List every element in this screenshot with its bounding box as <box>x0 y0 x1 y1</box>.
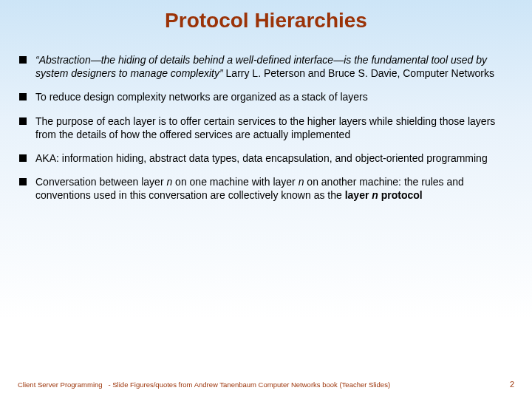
bullet-item: Conversation between layer n on one mach… <box>19 175 513 202</box>
bullet-item: The purpose of each layer is to offer ce… <box>19 115 513 141</box>
square-bullet-icon <box>19 56 27 64</box>
slide-number: 2 <box>510 380 514 389</box>
slide-body: “Abstraction—the hiding of details behin… <box>0 38 532 202</box>
square-bullet-icon <box>19 93 27 100</box>
square-bullet-icon <box>19 154 27 162</box>
square-bullet-icon <box>19 178 27 185</box>
bullet-text: “Abstraction—the hiding of details behin… <box>35 53 513 80</box>
bullet-text: The purpose of each layer is to offer ce… <box>35 115 513 141</box>
slide-footer: Client Server Programming - Slide Figure… <box>0 380 532 389</box>
bullet-item: To reduce design complexity networks are… <box>19 90 513 103</box>
bullet-item: “Abstraction—the hiding of details behin… <box>19 53 513 80</box>
bullet-text: To reduce design complexity networks are… <box>35 90 513 103</box>
bullet-text: AKA: information hiding, abstract data t… <box>35 151 513 165</box>
bullet-text: Conversation between layer n on one mach… <box>35 175 513 202</box>
slide-title: Protocol Hierarchies <box>0 0 532 38</box>
square-bullet-icon <box>19 117 27 125</box>
bullet-item: AKA: information hiding, abstract data t… <box>19 151 513 165</box>
footer-text: Client Server Programming - Slide Figure… <box>18 381 510 389</box>
